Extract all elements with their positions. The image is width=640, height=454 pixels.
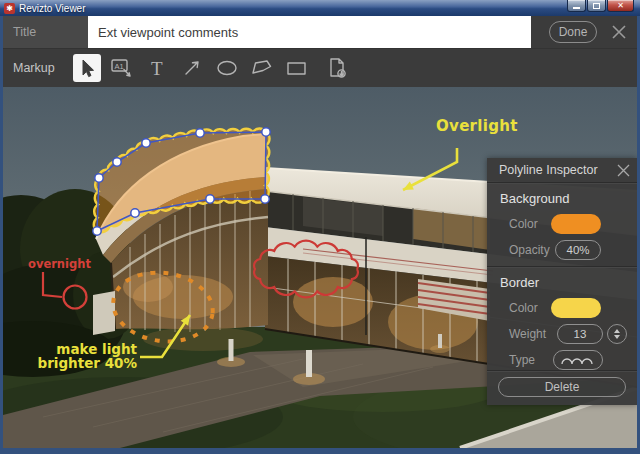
callout-icon: A1 [110,57,134,80]
done-button[interactable]: Done [549,21,597,43]
tool-ellipse[interactable] [213,54,241,82]
annotation-overlight-label[interactable]: Overlight [436,117,518,135]
tool-rectangle[interactable] [283,54,311,82]
cloud-vertex-handle-6[interactable] [261,195,269,203]
os-titlebar: ✱ Revizto Viewer ✕ [0,0,640,16]
tool-arrow[interactable] [178,54,206,82]
border-type-label: Type [509,353,553,367]
cloud-tool-icon [250,57,274,79]
panel-close-icon [616,163,631,178]
viewpoint-title-input[interactable] [88,16,531,48]
weight-stepper[interactable] [607,324,627,344]
border-color-label: Color [509,301,551,315]
svg-text:A1: A1 [114,61,123,70]
close-window-button[interactable]: ✕ [607,0,634,12]
panel-title: Polyline Inspector [499,163,609,177]
tool-cloud[interactable] [248,54,276,82]
tool-select[interactable] [73,54,101,82]
cloud-line-type-icon [560,353,596,368]
polyline-inspector-panel: Polyline Inspector Background Color Opac… [487,158,637,405]
stepper-up-icon[interactable] [614,329,620,333]
minimize-button[interactable] [567,0,586,12]
markup-toolbar: Markup A1 T [3,48,637,87]
svg-text:T: T [151,58,163,79]
ellipse-tool-icon [215,57,239,79]
annotation-overlight-arrow[interactable] [403,148,457,190]
revizto-logo-icon: ✱ [4,3,15,14]
annotation-overnight-circle[interactable] [64,286,87,309]
cloud-vertex-handle-4[interactable] [196,129,204,137]
background-opacity-label: Opacity [509,243,555,257]
background-color-swatch[interactable] [551,214,601,234]
title-field-label: Title [3,16,88,48]
maximize-icon [593,3,600,9]
markup-toolbar-label: Markup [13,61,55,75]
annotation-make-light-line2[interactable]: brighter 40% [37,355,137,371]
text-tool-icon: T [146,57,168,80]
background-section-heading: Background [500,191,637,206]
tool-callout[interactable]: A1 [108,54,136,82]
maximize-button[interactable] [587,0,606,12]
arrow-tool-icon [181,57,203,79]
rectangle-tool-icon [285,57,309,79]
annotation-red-cloud[interactable] [254,241,358,298]
border-weight-label: Weight [509,327,557,341]
border-section-heading: Border [500,275,637,290]
cloud-vertex-handle-7[interactable] [206,195,214,203]
cloud-vertex-handle-0[interactable] [93,227,101,235]
minimize-icon [573,7,580,9]
border-type-selector[interactable] [553,350,603,370]
viewpoint-header: Title Done [3,16,637,48]
border-weight-value[interactable]: 13 [557,324,603,344]
annotation-overnight-label[interactable]: overnight [28,257,91,271]
border-color-swatch[interactable] [551,298,601,318]
close-icon: ✕ [617,1,624,11]
annotation-dotted-ellipse[interactable] [109,266,217,347]
cloud-vertex-handle-8[interactable] [131,209,139,217]
tool-text[interactable]: T [143,54,171,82]
stepper-down-icon[interactable] [614,335,620,339]
tool-export-page[interactable] [324,54,352,82]
viewpoint-canvas[interactable]: Overlight overnight make light brighter … [3,87,637,448]
cloud-vertex-handle-1[interactable] [95,174,103,182]
close-markup-icon [610,23,628,41]
cursor-icon [76,57,98,79]
revizto-viewer-window: ✱ Revizto Viewer ✕ Title Done Markup [0,0,640,454]
annotation-cloud-fill[interactable] [94,129,270,233]
export-page-icon [326,56,350,80]
cloud-vertex-handle-5[interactable] [262,128,270,136]
cloud-vertex-handle-2[interactable] [113,158,121,166]
background-color-label: Color [509,217,551,231]
cloud-vertex-handle-3[interactable] [142,139,150,147]
background-opacity-value[interactable]: 40% [555,240,601,260]
close-markup-button[interactable] [609,22,629,42]
annotation-overnight-line[interactable] [43,272,62,297]
window-title: Revizto Viewer [19,3,86,14]
delete-button[interactable]: Delete [498,377,626,397]
panel-close-button[interactable] [609,158,637,182]
